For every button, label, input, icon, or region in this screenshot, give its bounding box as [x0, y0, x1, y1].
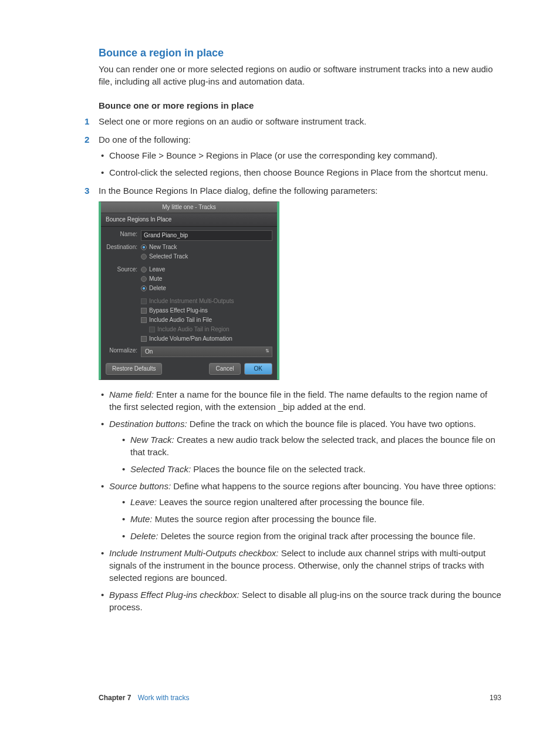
source-label: Source: [106, 265, 141, 274]
param-source-delete: Delete: Deletes the source region from t… [130, 530, 501, 542]
name-label: Name: [106, 230, 141, 238]
include-audio-tail-region-checkbox[interactable]: Include Audio Tail in Region [141, 325, 272, 334]
source-leave-radio[interactable]: Leave [141, 265, 272, 274]
param-name: Name field: Enter a name for the bounce … [109, 388, 501, 413]
restore-defaults-button[interactable]: Restore Defaults [106, 363, 162, 375]
step-3-text: In the Bounce Regions In Place dialog, d… [99, 186, 377, 196]
destination-label: Destination: [106, 243, 141, 251]
step-2-text: Do one of the following: [99, 135, 191, 144]
bypass-effect-plugins-checkbox[interactable]: Bypass Effect Plug-ins [141, 307, 272, 315]
param-destination-selected: Selected Track: Places the bounce file o… [130, 463, 501, 475]
param-bypass: Bypass Effect Plug-ins checkbox: Select … [109, 589, 501, 613]
param-destination: Destination buttons: Define the track on… [109, 418, 501, 475]
step-2: 2 Do one of the following: Choose File >… [99, 133, 501, 179]
name-input[interactable]: Grand Piano_bip [141, 230, 272, 241]
param-source-mute: Mute: Mutes the source region after proc… [130, 513, 501, 525]
chapter-title: Work with tracks [138, 694, 190, 702]
step-2-option-2: Control-click the selected regions, then… [109, 166, 501, 179]
normalize-label: Normalize: [106, 347, 141, 355]
bounce-dialog: My little one - Tracks Bounce Regions In… [99, 201, 279, 380]
ok-button[interactable]: OK [244, 363, 272, 375]
source-mute-radio[interactable]: Mute [141, 275, 272, 283]
step-1: 1 Select one or more regions on an audio… [99, 115, 501, 127]
task-subheading: Bounce one or more regions in place [99, 100, 501, 110]
include-multi-outputs-checkbox[interactable]: Include Instrument Multi-Outputs [141, 297, 272, 305]
param-destination-new: New Track: Creates a new audio track bel… [130, 433, 501, 458]
intro-paragraph: You can render one or more selected regi… [99, 63, 501, 88]
destination-new-track-radio[interactable]: New Track [141, 243, 272, 251]
step-3: 3 In the Bounce Regions In Place dialog,… [99, 184, 501, 613]
chapter-label: Chapter 7 [99, 694, 131, 702]
param-source: Source buttons: Define what happens to t… [109, 480, 501, 542]
dialog-subtitle: Bounce Regions In Place [101, 213, 277, 227]
param-source-leave: Leave: Leaves the source region unaltere… [130, 496, 501, 508]
page-number: 193 [490, 694, 501, 702]
step-2-option-1: Choose File > Bounce > Regions in Place … [109, 149, 501, 162]
include-volume-pan-checkbox[interactable]: Include Volume/Pan Automation [141, 335, 272, 343]
cancel-button[interactable]: Cancel [209, 363, 240, 375]
destination-selected-track-radio[interactable]: Selected Track [141, 253, 272, 261]
section-heading: Bounce a region in place [99, 47, 501, 59]
source-delete-radio[interactable]: Delete [141, 284, 272, 293]
dialog-window-title: My little one - Tracks [101, 202, 277, 213]
footer-left: Chapter 7 Work with tracks [99, 694, 190, 702]
step-1-text: Select one or more regions on an audio o… [99, 116, 366, 126]
include-audio-tail-file-checkbox[interactable]: Include Audio Tail in File [141, 316, 272, 324]
param-multi-outputs: Include Instrument Multi-Outputs checkbo… [109, 547, 501, 584]
normalize-select[interactable]: On [141, 347, 272, 357]
